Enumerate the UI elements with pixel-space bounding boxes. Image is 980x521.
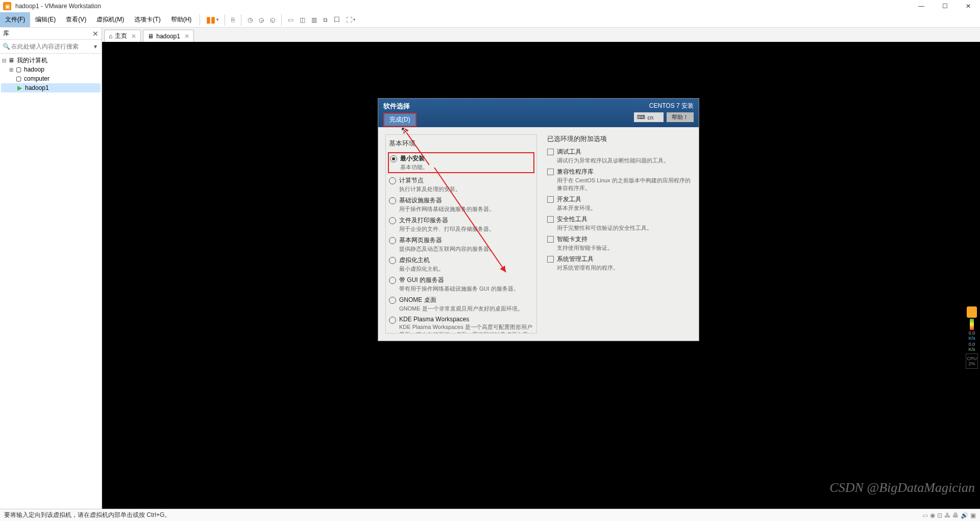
vm-icon: 🖥 <box>148 33 154 40</box>
snapshot-take-button[interactable]: ◷ <box>244 14 256 26</box>
console-button[interactable]: 囗 <box>331 13 343 26</box>
env-option[interactable]: 最小安装基本功能。 <box>388 152 534 173</box>
addon-title: 兼容性程序库 <box>557 168 692 176</box>
addons-title: 已选环境的附加选项 <box>547 134 692 144</box>
addon-title: 系统管理工具 <box>557 255 692 264</box>
env-option[interactable]: 带 GUI 的服务器带有用于操作网络基础设施服务 GUI 的服务器。 <box>389 276 533 293</box>
env-option[interactable]: 计算节点执行计算及处理的安装。 <box>389 176 533 193</box>
device-icon[interactable]: 🔊 <box>961 512 968 519</box>
snapshot-manager-button[interactable]: ◵ <box>267 14 278 26</box>
env-desc: GNOME 是一个非常直观且用户友好的桌面环境。 <box>399 305 533 313</box>
tree-item-hadoop[interactable]: ⊞▢ hadoop <box>1 65 101 74</box>
env-title: GNOME 桌面 <box>399 296 533 304</box>
temperature-bar[interactable] <box>970 319 974 330</box>
view-single-button[interactable]: ▭ <box>285 14 297 26</box>
checkbox-icon <box>547 256 554 263</box>
minimize-button[interactable]: — <box>910 0 933 12</box>
tabstrip: ⌂ 主页 ✕ 🖥 hadoop1 ✕ <box>102 28 980 42</box>
send-ctrl-alt-del-button[interactable]: ⎘ <box>228 14 238 26</box>
addon-desc: 用于完整性和可信验证的安全性工具。 <box>557 224 692 232</box>
menu-tabs[interactable]: 选项卡(T) <box>129 12 165 27</box>
addon-title: 智能卡支持 <box>557 235 692 244</box>
snapshot-revert-button[interactable]: ◶ <box>256 14 267 26</box>
tree-item-label: hadoop1 <box>25 84 49 91</box>
keyboard-indicator[interactable]: ⌨ cn <box>634 112 664 122</box>
tree-item-label: hadoop <box>24 66 44 73</box>
radio-icon <box>389 177 396 184</box>
menu-edit[interactable]: 编辑(E) <box>30 12 61 27</box>
addon-option[interactable]: 调试工具调试行为异常程序以及诊断性能问题的工具。 <box>547 148 692 164</box>
radio-icon <box>389 217 396 224</box>
menu-view[interactable]: 查看(V) <box>61 12 91 27</box>
view-thumbnail-button[interactable]: ▥ <box>308 14 320 26</box>
addon-option[interactable]: 兼容性程序库用于在 CentOS Linux 的之前版本中构建的应用程序的兼容程… <box>547 168 692 192</box>
addon-option[interactable]: 系统管理工具对系统管理有用的程序。 <box>547 255 692 272</box>
env-option[interactable]: KDE Plasma WorkspacesKDE Plasma Workspac… <box>389 316 533 334</box>
tab-home[interactable]: ⌂ 主页 ✕ <box>104 30 141 42</box>
env-desc: 基本功能。 <box>400 163 532 171</box>
search-dropdown[interactable]: ▾ <box>91 43 100 50</box>
computer-icon: 🖥 <box>7 57 15 64</box>
tab-close-button[interactable]: ✕ <box>131 33 136 40</box>
view-split-button[interactable]: ◫ <box>297 14 308 26</box>
tree-root-label: 我的计算机 <box>17 56 47 65</box>
done-button[interactable]: 完成(D) <box>383 113 416 127</box>
addon-desc: 调试行为异常程序以及诊断性能问题的工具。 <box>557 157 692 164</box>
radio-icon <box>389 297 396 304</box>
device-icon[interactable]: 🖶 <box>952 512 959 519</box>
addon-title: 安全性工具 <box>557 215 692 224</box>
device-icon[interactable]: ▭ <box>922 512 928 519</box>
tree-item-computer[interactable]: ▢ computer <box>1 74 101 83</box>
env-title: 虚拟化主机 <box>399 256 533 265</box>
checkbox-icon <box>547 149 554 155</box>
base-env-title: 基本环境 <box>389 139 533 148</box>
device-icon[interactable]: ◉ <box>930 512 935 519</box>
tab-hadoop1[interactable]: 🖥 hadoop1 ✕ <box>143 30 194 42</box>
library-sidebar: 库 ✕ 🔍 ▾ ⊟🖥 我的计算机 ⊞▢ hadoop ▢ computer ▶ <box>0 28 102 509</box>
env-desc: 提供静态及动态互联网内容的服务器。 <box>399 245 533 253</box>
env-option[interactable]: 基本网页服务器提供静态及动态互联网内容的服务器。 <box>389 236 533 253</box>
addon-desc: 对系统管理有用的程序。 <box>557 264 692 272</box>
statusbar: 要将输入定向到该虚拟机，请在虚拟机内部单击或按 Ctrl+G。 ▭ ◉ ⊡ 🖧 … <box>0 509 980 521</box>
menu-help[interactable]: 帮助(H) <box>166 12 197 27</box>
view-unity-button[interactable]: ⧉ <box>320 14 331 26</box>
device-icon[interactable]: ▣ <box>970 512 976 519</box>
maximize-button[interactable]: ☐ <box>933 0 957 12</box>
sidebar-close-button[interactable]: ✕ <box>92 30 99 38</box>
tab-label: hadoop1 <box>156 33 180 40</box>
close-button[interactable]: ✕ <box>957 0 980 12</box>
addon-option[interactable]: 安全性工具用于完整性和可信验证的安全性工具。 <box>547 215 692 232</box>
tree-root[interactable]: ⊟🖥 我的计算机 <box>1 56 101 65</box>
addon-option[interactable]: 开发工具基本开发环境。 <box>547 195 692 212</box>
env-desc: 最小虚拟化主机。 <box>399 265 533 273</box>
search-input[interactable] <box>10 41 91 52</box>
radio-icon <box>389 197 396 204</box>
env-option[interactable]: 虚拟化主机最小虚拟化主机。 <box>389 256 533 273</box>
vm-icon: ▢ <box>14 75 22 82</box>
device-icon[interactable]: 🖧 <box>944 512 950 519</box>
security-shield-icon[interactable] <box>967 306 977 318</box>
env-title: 计算节点 <box>399 176 533 185</box>
checkbox-icon <box>547 196 554 203</box>
fullscreen-button[interactable]: ⛶▾ <box>343 14 358 26</box>
radio-icon <box>389 277 396 284</box>
addon-option[interactable]: 智能卡支持支持使用智能卡验证。 <box>547 235 692 252</box>
tab-close-button[interactable]: ✕ <box>184 33 189 40</box>
net-down-indicator: 0.0K/s <box>968 331 975 341</box>
env-option[interactable]: GNOME 桌面GNOME 是一个非常直观且用户友好的桌面环境。 <box>389 296 533 313</box>
env-option[interactable]: 文件及打印服务器用于企业的文件、打印及存储服务器。 <box>389 216 533 233</box>
env-desc: 带有用于操作网络基础设施服务 GUI 的服务器。 <box>399 285 533 293</box>
menu-file[interactable]: 文件(F) <box>0 12 30 27</box>
library-tree: ⊟🖥 我的计算机 ⊞▢ hadoop ▢ computer ▶ hadoop1 <box>0 54 102 509</box>
vm-running-icon: ▶ <box>15 84 23 91</box>
vm-display[interactable]: 软件选择 完成(D) CENTOS 7 安装 ⌨ cn 帮助！ <box>102 42 980 509</box>
window-titlebar: ▣ hadoop1 - VMware Workstation — ☐ ✕ <box>0 0 980 12</box>
system-widgets: 0.0K/s 0.0K/s CPU 2% <box>965 306 979 369</box>
tree-item-hadoop1[interactable]: ▶ hadoop1 <box>1 83 101 92</box>
pause-button[interactable]: ▮▮▾ <box>203 13 222 27</box>
env-option[interactable]: 基础设施服务器用于操作网络基础设施服务的服务器。 <box>389 196 533 213</box>
addon-desc: 基本开发环境。 <box>557 204 692 212</box>
device-icon[interactable]: ⊡ <box>937 512 942 519</box>
help-button[interactable]: 帮助！ <box>667 112 694 122</box>
menu-vm[interactable]: 虚拟机(M) <box>91 12 129 27</box>
